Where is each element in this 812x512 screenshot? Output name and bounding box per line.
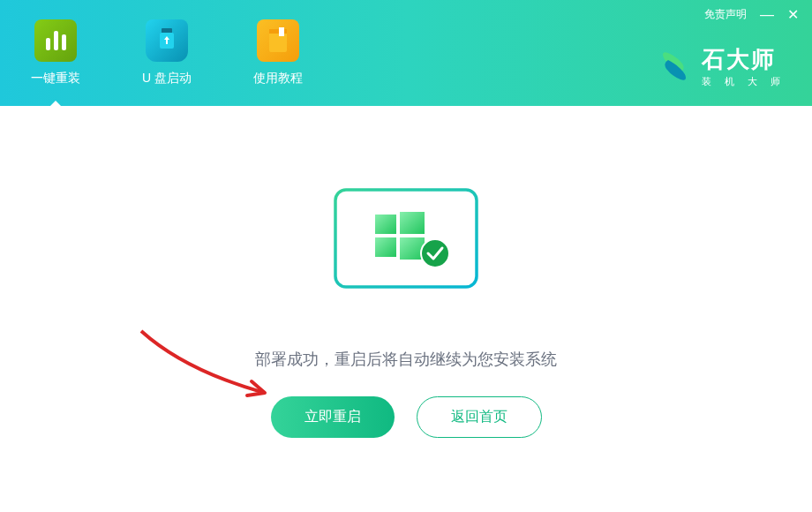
return-home-button[interactable]: 返回首页 — [417, 396, 542, 438]
tab-label: 一键重装 — [31, 71, 80, 87]
brand: 石大师 装 机 大 师 — [656, 44, 786, 88]
app-header: 一键重装 U 盘启动 使用教程 — [0, 0, 812, 106]
nav-tabs: 一键重装 U 盘启动 使用教程 — [18, 11, 316, 95]
tab-label: 使用教程 — [253, 71, 303, 87]
window-controls: 免责声明 — ✕ — [704, 7, 799, 22]
main-content: 部署成功，重启后将自动继续为您安装系统 立即重启 返回首页 — [0, 106, 812, 512]
book-icon — [257, 19, 299, 62]
svg-rect-11 — [375, 237, 396, 257]
button-group: 立即重启 返回首页 — [271, 396, 542, 438]
annotation-arrow-icon — [132, 327, 291, 415]
monitor-success-icon — [322, 181, 490, 322]
svg-rect-10 — [400, 212, 425, 234]
brand-title: 石大师 — [702, 44, 786, 75]
minimize-button[interactable]: — — [760, 8, 774, 22]
tab-tutorial[interactable]: 使用教程 — [240, 11, 316, 95]
status-message: 部署成功，重启后将自动继续为您安装系统 — [255, 349, 557, 370]
restart-now-button[interactable]: 立即重启 — [271, 396, 395, 438]
tab-usb-boot[interactable]: U 盘启动 — [129, 11, 205, 95]
usb-icon — [146, 19, 188, 62]
disclaimer-link[interactable]: 免责声明 — [704, 7, 747, 22]
tab-reinstall[interactable]: 一键重装 — [18, 11, 94, 95]
svg-rect-9 — [375, 215, 396, 234]
brand-subtitle: 装 机 大 师 — [702, 75, 786, 88]
tab-label: U 盘启动 — [142, 71, 192, 87]
close-button[interactable]: ✕ — [787, 8, 799, 22]
bars-icon — [34, 19, 77, 62]
brand-logo-icon — [656, 48, 693, 85]
